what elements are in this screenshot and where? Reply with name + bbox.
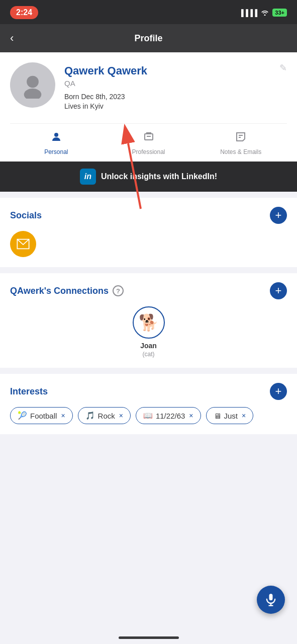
connections-title: QAwerk's Connections (10, 286, 109, 296)
svg-point-1 (27, 76, 39, 88)
interests-header: Interests + (10, 383, 287, 400)
add-social-button[interactable]: + (270, 207, 287, 224)
tab-professional[interactable]: Professional (103, 124, 195, 162)
microphone-fab[interactable] (257, 586, 285, 614)
svg-point-2 (24, 89, 42, 99)
rock-label: Rock (98, 412, 115, 420)
profile-lives: Lives in Kyiv (64, 102, 270, 110)
profile-born: Born Dec 8th, 2023 (64, 93, 270, 101)
socials-title: Socials (10, 210, 42, 221)
profile-info: Qawerk Qawerk QA Born Dec 8th, 2023 Live… (64, 62, 270, 110)
linkedin-text: Unlock insights with LinkedIn! (101, 172, 217, 181)
interests-title: Interests (10, 386, 48, 397)
socials-section: Socials + (0, 198, 297, 267)
add-interest-button[interactable]: + (270, 383, 287, 400)
back-button[interactable]: ‹ (10, 32, 14, 45)
svg-point-3 (54, 133, 58, 137)
status-icons: ▐▐▐▐ 33+ (239, 9, 287, 17)
wifi-icon (260, 9, 269, 17)
tab-professional-label: Professional (132, 148, 165, 155)
profile-name: Qawerk Qawerk (64, 64, 270, 77)
notes-icon (235, 131, 247, 146)
status-bar: 2:24 ▐▐▐▐ 33+ (0, 0, 297, 24)
app-header: ‹ Profile (0, 24, 297, 52)
connection-name: Joan (140, 342, 157, 350)
interests-section: Interests + 🎾 Football × 🎵 Rock × 📖 11/2… (0, 374, 297, 434)
connection-item[interactable]: 🐕 Joan (cat) (10, 306, 287, 358)
book-icon: 📖 (143, 411, 153, 420)
book-label: 11/22/63 (156, 412, 185, 420)
interest-rock[interactable]: 🎵 Rock × (78, 407, 131, 424)
just-label: Just (224, 412, 238, 420)
connections-header: QAwerk's Connections ? + (10, 282, 287, 299)
personal-icon (50, 131, 62, 146)
connections-title-group: QAwerk's Connections ? (10, 285, 124, 296)
tab-notes[interactable]: Notes & Emails (194, 124, 287, 162)
profile-tabs: Personal Professional Notes & Emails (10, 123, 287, 162)
edit-button[interactable]: ✎ (279, 62, 287, 73)
linkedin-logo: in (80, 169, 96, 185)
battery-icon: 33+ (272, 9, 287, 17)
interests-list: 🎾 Football × 🎵 Rock × 📖 11/22/63 × 🖥 Jus… (10, 407, 287, 424)
interest-football[interactable]: 🎾 Football × (10, 407, 73, 424)
tab-personal-label: Personal (44, 148, 68, 155)
help-icon[interactable]: ? (113, 285, 124, 296)
socials-header: Socials + (10, 207, 287, 224)
profile-role: QA (64, 79, 270, 88)
page-title: Profile (134, 33, 162, 44)
signal-icon: ▐▐▐▐ (239, 9, 257, 17)
just-icon: 🖥 (214, 412, 221, 420)
interest-book[interactable]: 📖 11/22/63 × (136, 407, 201, 424)
connection-avatar: 🐕 (133, 306, 165, 339)
avatar (10, 62, 55, 108)
tab-personal[interactable]: Personal (10, 124, 103, 162)
connection-sub: (cat) (143, 351, 155, 358)
rock-remove[interactable]: × (119, 412, 123, 420)
svg-point-0 (264, 14, 266, 16)
social-email-item[interactable] (10, 231, 36, 257)
tab-notes-label: Notes & Emails (220, 148, 261, 155)
status-time: 2:24 (10, 6, 38, 19)
linkedin-banner[interactable]: in Unlock insights with LinkedIn! (0, 162, 297, 192)
home-indicator (119, 636, 179, 639)
book-remove[interactable]: × (189, 412, 193, 420)
connections-section: QAwerk's Connections ? + 🐕 Joan (cat) (0, 273, 297, 368)
profile-card: Qawerk Qawerk QA Born Dec 8th, 2023 Live… (0, 52, 297, 162)
just-remove[interactable]: × (242, 412, 246, 420)
interest-just[interactable]: 🖥 Just × (206, 407, 254, 424)
football-remove[interactable]: × (61, 412, 65, 420)
svg-rect-10 (269, 594, 273, 600)
add-connection-button[interactable]: + (270, 282, 287, 299)
football-label: Football (30, 412, 57, 420)
football-icon: 🎾 (18, 411, 27, 420)
professional-icon (143, 131, 155, 146)
rock-icon: 🎵 (85, 411, 95, 420)
